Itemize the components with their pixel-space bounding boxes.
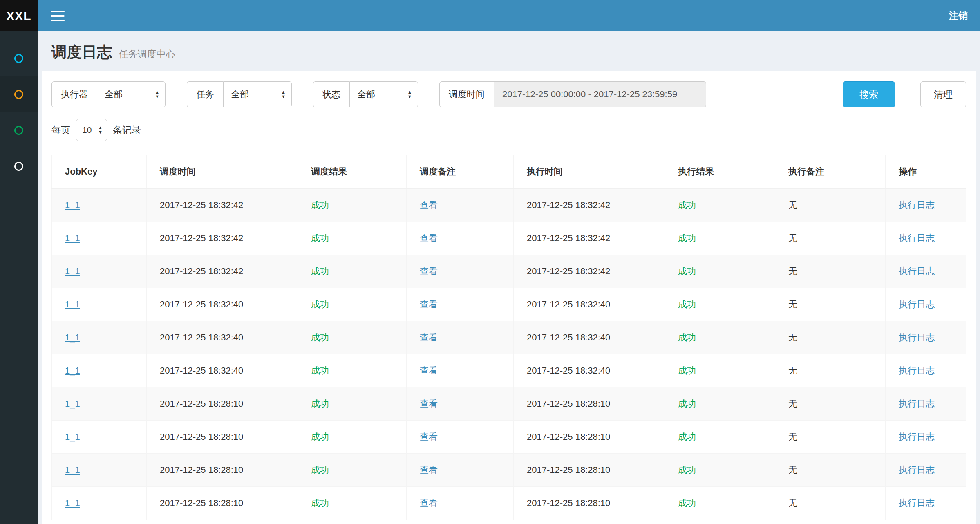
handle-result-text: 成功 <box>678 432 696 442</box>
view-trigger-msg-link[interactable]: 查看 <box>420 432 438 442</box>
exec-log-link[interactable]: 执行日志 <box>899 200 935 210</box>
cell-action: 执行日志 <box>886 188 966 222</box>
exec-log-link[interactable]: 执行日志 <box>899 266 935 276</box>
clear-button[interactable]: 清理 <box>920 81 966 107</box>
circle-white-icon <box>14 162 23 171</box>
view-trigger-msg-link[interactable]: 查看 <box>420 465 438 475</box>
trigger-result-text: 成功 <box>311 332 329 343</box>
cell-handle-result: 成功 <box>665 288 775 321</box>
sidebar-item-2[interactable] <box>0 76 38 112</box>
table-row: 1_1 2017-12-25 18:32:40 成功 查看 2017-12-25… <box>52 288 966 321</box>
cell-handle-result: 成功 <box>665 487 775 520</box>
jobkey-link[interactable]: 1_1 <box>65 266 80 276</box>
cell-action: 执行日志 <box>886 222 966 255</box>
trigger-result-text: 成功 <box>311 299 329 309</box>
exec-log-link[interactable]: 执行日志 <box>899 498 935 508</box>
cell-handle-result: 成功 <box>665 354 775 387</box>
exec-log-link[interactable]: 执行日志 <box>899 332 935 343</box>
cell-trigger-time: 2017-12-25 18:32:42 <box>147 255 298 288</box>
table-row: 1_1 2017-12-25 18:32:40 成功 查看 2017-12-25… <box>52 354 966 387</box>
exec-log-link[interactable]: 执行日志 <box>899 399 935 409</box>
exec-log-link[interactable]: 执行日志 <box>899 465 935 475</box>
logo[interactable]: XXL <box>0 0 38 31</box>
cell-trigger-result: 成功 <box>298 222 407 255</box>
sidebar-item-4[interactable] <box>0 148 38 184</box>
job-select[interactable]: 全部 ▲▼ <box>223 81 292 107</box>
status-label: 状态 <box>313 81 349 107</box>
cell-jobkey: 1_1 <box>52 288 147 321</box>
trigger-result-text: 成功 <box>311 200 329 210</box>
cell-handle-result: 成功 <box>665 321 775 354</box>
trigger-result-text: 成功 <box>311 432 329 442</box>
header-jobkey: JobKey <box>52 155 147 189</box>
view-trigger-msg-link[interactable]: 查看 <box>420 399 438 409</box>
cell-trigger-result: 成功 <box>298 255 407 288</box>
select-stepper-icon: ▲▼ <box>407 90 412 99</box>
jobkey-link[interactable]: 1_1 <box>65 465 80 475</box>
page-size-select[interactable]: 10 ▲▼ <box>76 119 107 141</box>
jobkey-link[interactable]: 1_1 <box>65 498 80 508</box>
handle-result-text: 成功 <box>678 233 696 243</box>
jobkey-link[interactable]: 1_1 <box>65 233 80 243</box>
cell-trigger-msg: 查看 <box>407 255 514 288</box>
table-row: 1_1 2017-12-25 18:32:42 成功 查看 2017-12-25… <box>52 188 966 222</box>
select-stepper-icon: ▲▼ <box>98 125 103 134</box>
cell-trigger-result: 成功 <box>298 421 407 454</box>
sidebar-item-3[interactable] <box>0 112 38 148</box>
jobkey-link[interactable]: 1_1 <box>65 399 80 409</box>
trigger-time-input[interactable] <box>494 81 706 107</box>
handle-result-text: 成功 <box>678 200 696 210</box>
view-trigger-msg-link[interactable]: 查看 <box>420 233 438 243</box>
cell-jobkey: 1_1 <box>52 454 147 487</box>
view-trigger-msg-link[interactable]: 查看 <box>420 299 438 309</box>
circle-orange-icon <box>14 90 23 99</box>
logout-link[interactable]: 注销 <box>949 9 968 22</box>
status-filter-group: 状态 全部 ▲▼ <box>313 81 418 107</box>
search-button[interactable]: 搜索 <box>843 81 895 107</box>
view-trigger-msg-link[interactable]: 查看 <box>420 365 438 376</box>
header-action: 操作 <box>886 155 966 189</box>
trigger-time-filter-group: 调度时间 <box>439 81 706 107</box>
status-select[interactable]: 全部 ▲▼ <box>349 81 418 107</box>
exec-log-link[interactable]: 执行日志 <box>899 233 935 243</box>
view-trigger-msg-link[interactable]: 查看 <box>420 498 438 508</box>
cell-handle-msg: 无 <box>775 255 886 288</box>
jobkey-link[interactable]: 1_1 <box>65 200 80 210</box>
sidebar-nav <box>0 31 38 184</box>
cell-trigger-msg: 查看 <box>407 421 514 454</box>
view-trigger-msg-link[interactable]: 查看 <box>420 266 438 276</box>
jobkey-link[interactable]: 1_1 <box>65 299 80 309</box>
handle-result-text: 成功 <box>678 498 696 508</box>
table-row: 1_1 2017-12-25 18:32:42 成功 查看 2017-12-25… <box>52 255 966 288</box>
cell-action: 执行日志 <box>886 487 966 520</box>
exec-log-link[interactable]: 执行日志 <box>899 299 935 309</box>
circle-green-icon <box>14 126 23 135</box>
page-size-suffix: 条记录 <box>113 124 141 137</box>
cell-handle-time: 2017-12-25 18:32:42 <box>514 222 665 255</box>
cell-action: 执行日志 <box>886 255 966 288</box>
table-row: 1_1 2017-12-25 18:28:10 成功 查看 2017-12-25… <box>52 421 966 454</box>
view-trigger-msg-link[interactable]: 查看 <box>420 332 438 343</box>
navbar: 注销 <box>38 0 980 31</box>
executor-select[interactable]: 全部 ▲▼ <box>97 81 166 107</box>
cell-trigger-msg: 查看 <box>407 387 514 421</box>
cell-jobkey: 1_1 <box>52 487 147 520</box>
log-table-body: 1_1 2017-12-25 18:32:42 成功 查看 2017-12-25… <box>52 188 966 520</box>
jobkey-link[interactable]: 1_1 <box>65 365 80 376</box>
cell-trigger-msg: 查看 <box>407 188 514 222</box>
page-subtitle: 任务调度中心 <box>119 49 175 59</box>
jobkey-link[interactable]: 1_1 <box>65 332 80 343</box>
cell-handle-time: 2017-12-25 18:32:40 <box>514 288 665 321</box>
sidebar-item-1[interactable] <box>0 40 38 76</box>
cell-trigger-msg: 查看 <box>407 454 514 487</box>
exec-log-link[interactable]: 执行日志 <box>899 365 935 376</box>
handle-result-text: 成功 <box>678 465 696 475</box>
menu-toggle-icon[interactable] <box>51 11 65 21</box>
view-trigger-msg-link[interactable]: 查看 <box>420 200 438 210</box>
table-row: 1_1 2017-12-25 18:28:10 成功 查看 2017-12-25… <box>52 387 966 421</box>
cell-trigger-msg: 查看 <box>407 222 514 255</box>
jobkey-link[interactable]: 1_1 <box>65 432 80 442</box>
exec-log-link[interactable]: 执行日志 <box>899 432 935 442</box>
cell-handle-msg: 无 <box>775 387 886 421</box>
cell-handle-msg: 无 <box>775 222 886 255</box>
